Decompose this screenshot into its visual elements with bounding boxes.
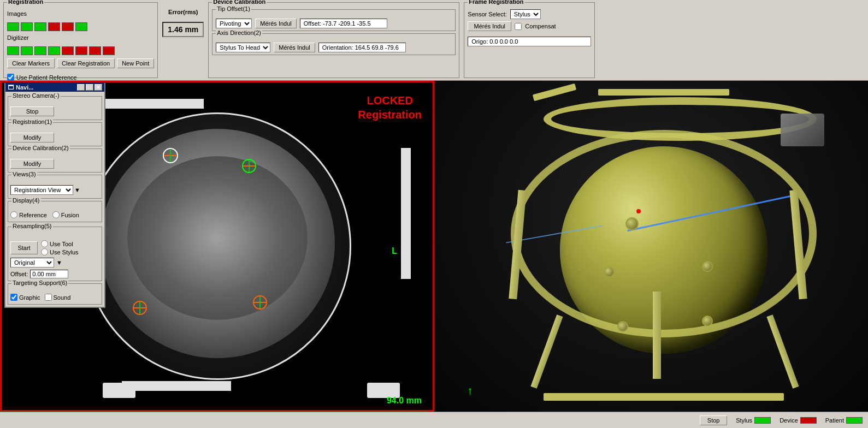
top-bar-3d-2 [533, 84, 576, 101]
tip-offset-panel: Tip Offset(1) Pivoting Mérés Indul Offse… [212, 9, 456, 31]
img-ind-5 [62, 22, 74, 31]
display-section: Display(4) Reference Fusion [8, 201, 102, 222]
bottom-stop-button[interactable]: Stop [700, 415, 727, 425]
dig-ind-1 [7, 46, 19, 55]
sensor-select[interactable]: Stylus [510, 9, 541, 19]
sensor-select-label: Sensor Select: [468, 11, 507, 17]
brain-texture [127, 156, 308, 320]
rod-bottom-right [766, 314, 799, 389]
resampling-section: Resampling(5) Start Use Tool Use Stylus … [8, 227, 102, 281]
graphic-label: Graphic [19, 294, 40, 301]
screw-bottom-left [617, 321, 628, 332]
offset-input[interactable] [30, 270, 68, 278]
stereo-camera-title: Stereo Camera(-) [11, 92, 61, 99]
dig-ind-5 [62, 46, 74, 55]
graphic-check-item: Graphic [10, 294, 40, 301]
modify-1-button[interactable]: Modify [10, 133, 54, 142]
views-dropdown-icon: ▼ [74, 187, 80, 193]
original-dropdown[interactable]: Original [10, 258, 54, 268]
img-ind-6 [75, 22, 87, 31]
nav-panel: 🗔 Navi... _ □ ✕ Stereo Camera(-) Stop Re… [4, 83, 105, 308]
minimize-button[interactable]: _ [77, 84, 85, 91]
close-button[interactable]: ✕ [95, 84, 102, 91]
new-point-button[interactable]: New Point [117, 58, 154, 68]
marker-top-right [242, 159, 256, 173]
resampling-start-button[interactable]: Start [10, 241, 38, 254]
reference-radio-item: Reference [10, 211, 47, 218]
clear-markers-button[interactable]: Clear Markers [7, 58, 55, 68]
bottom-bar-marker [122, 381, 231, 391]
graphic-checkbox[interactable] [10, 294, 17, 301]
fusion-radio-item: Fusion [52, 211, 79, 218]
dig-ind-4 [48, 46, 60, 55]
views-dropdown[interactable]: Registration View Axial Coronal Sagittal [10, 185, 73, 195]
tip-offset-title: Tip Offset(1) [216, 5, 251, 12]
origo-display: Origo: 0.0 0.0 0.0 [468, 37, 591, 46]
patient-indicator [846, 417, 863, 424]
axis-direction-title: Axis Direction(2) [216, 29, 262, 36]
offset-value-display: Offset: -73.7 -209.1 -35.5 [300, 19, 387, 28]
locked-badge: LOCKED Registration [358, 93, 422, 122]
use-tool-radio[interactable] [41, 240, 48, 247]
dig-ind-7 [89, 46, 101, 55]
stop-button[interactable]: Stop [10, 106, 54, 116]
nav-titlebar-buttons: _ □ ✕ [77, 84, 102, 91]
frame-reg-title: Frame Registration [468, 0, 524, 5]
maximize-button[interactable]: □ [86, 84, 93, 91]
resampling-title: Resampling(5) [11, 223, 53, 229]
patient-label: Patient [825, 417, 844, 424]
registration-1-section: Registration(1) Modify [8, 122, 102, 146]
pivoting-select[interactable]: Pivoting [216, 19, 252, 28]
patient-status: Patient [825, 417, 863, 424]
meres-indul-1-button[interactable]: Mérés Indul [255, 19, 296, 28]
arrow-up-icon: ↑ [467, 384, 473, 398]
compensat-checkbox[interactable] [515, 23, 522, 30]
frame-reg-content: Sensor Select: Stylus Mérés Indul Compen… [468, 9, 591, 46]
modify-2-button[interactable]: Modify [10, 159, 54, 169]
use-patient-ref-checkbox[interactable] [7, 74, 14, 81]
locked-line1: LOCKED [358, 93, 422, 108]
top-toolbar: Registration Images Digitizer Clear Mark… [0, 0, 868, 81]
frame-meres-indul-button[interactable]: Mérés Indul [468, 21, 511, 31]
images-label: Images [7, 10, 154, 17]
sound-label: Sound [54, 294, 71, 301]
device-indicator [800, 417, 817, 424]
meres-compensat-row: Mérés Indul Compensat [468, 21, 591, 31]
axis-direction-panel: Axis Direction(2) Stylus To Head Mérés I… [212, 33, 456, 55]
dig-ind-2 [21, 46, 33, 55]
top-bar-3d [598, 89, 729, 96]
fusion-radio[interactable] [52, 211, 60, 218]
clear-registration-button[interactable]: Clear Registration [57, 58, 115, 68]
marker-center-right [253, 295, 267, 310]
brain-scan [84, 112, 351, 380]
dig-ind-8 [103, 46, 115, 55]
stylus-to-head-select[interactable]: Stylus To Head [216, 43, 270, 52]
img-ind-1 [7, 22, 19, 31]
error-rms-panel: Error(rms) 1.46 mm [162, 2, 204, 78]
device-cal-title: Device Calibration [212, 0, 267, 5]
render-panel[interactable]: ↑ [434, 81, 868, 412]
screw-bottom-right [702, 316, 713, 326]
reference-radio[interactable] [10, 211, 17, 218]
use-tool-radio-item: Use Tool [41, 240, 79, 247]
offset-label: Offset: [10, 271, 28, 277]
axis-direction-row: Stylus To Head Mérés Indul Orientation: … [216, 43, 452, 52]
reference-label: Reference [19, 212, 47, 218]
resampling-radio-group: Use Tool Use Stylus [41, 240, 79, 255]
l-label: L [392, 246, 397, 256]
error-rms-label: Error(rms) [168, 9, 198, 15]
use-stylus-label: Use Stylus [50, 249, 79, 255]
render-background: ↑ [434, 81, 868, 412]
nav-title: Navi... [16, 84, 33, 91]
rod-bottom-left [530, 314, 563, 389]
sound-checkbox[interactable] [45, 294, 52, 301]
meres-indul-2-button[interactable]: Mérés Indul [274, 43, 315, 52]
instrument-top-right [781, 114, 824, 146]
views-section: Views(3) Registration View Axial Coronal… [8, 175, 102, 199]
use-stylus-radio[interactable] [41, 248, 48, 255]
error-rms-value: 1.46 mm [162, 22, 204, 37]
tip-offset-row: Pivoting Mérés Indul Offset: -73.7 -209.… [216, 19, 452, 28]
screw-lower-left [604, 266, 615, 277]
dig-ind-3 [34, 46, 46, 55]
img-ind-3 [34, 22, 46, 31]
